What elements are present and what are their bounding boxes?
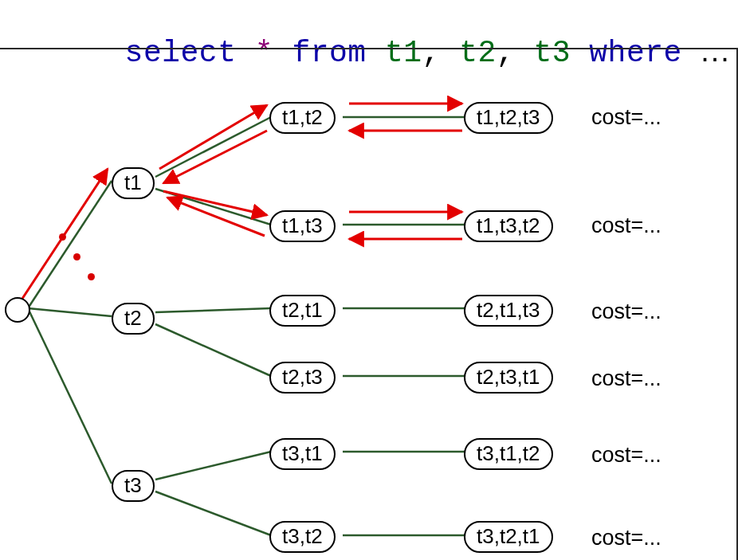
node-t3t2: t3,t2 (269, 521, 336, 553)
node-t2t3t1: t2,t3,t1 (464, 362, 553, 394)
svg-line-0 (28, 181, 112, 308)
svg-line-8 (155, 491, 271, 535)
svg-line-6 (155, 324, 271, 376)
cost-label: cost=... (591, 213, 661, 238)
svg-line-3 (155, 117, 271, 177)
node-t1t2: t1,t2 (269, 102, 336, 134)
cost-label: cost=... (591, 526, 661, 550)
cost-label: cost=... (591, 366, 661, 391)
node-t2t1: t2,t1 (269, 295, 336, 327)
node-t2: t2 (112, 303, 155, 335)
cost-label: cost=... (591, 300, 661, 324)
node-t1: t1 (112, 167, 155, 199)
progress-dot (73, 253, 80, 260)
svg-line-16 (159, 105, 267, 169)
svg-line-5 (155, 308, 271, 312)
node-t2t3: t2,t3 (269, 362, 336, 394)
node-t3t2t1: t3,t2,t1 (464, 521, 553, 553)
node-t1t2t3: t1,t2,t3 (464, 102, 553, 134)
progress-dot (59, 233, 66, 241)
node-t2t1t3: t2,t1,t3 (464, 295, 553, 327)
node-t3: t3 (112, 470, 155, 502)
svg-line-2 (28, 308, 112, 484)
join-order-tree: t1 t2 t3 t1,t2 t1,t3 t2,t1 t2,t3 t3,t1 t… (0, 48, 738, 560)
progress-dot (88, 273, 95, 280)
node-t1t3t2: t1,t3,t2 (464, 210, 553, 242)
svg-line-7 (155, 452, 271, 480)
svg-line-1 (28, 308, 112, 316)
node-t3t1: t3,t1 (269, 438, 336, 470)
node-t3t1t2: t3,t1,t2 (464, 438, 553, 470)
cost-label: cost=... (591, 105, 661, 130)
node-t1t3: t1,t3 (269, 210, 336, 242)
cost-label: cost=... (591, 443, 661, 468)
node-root (5, 297, 30, 323)
